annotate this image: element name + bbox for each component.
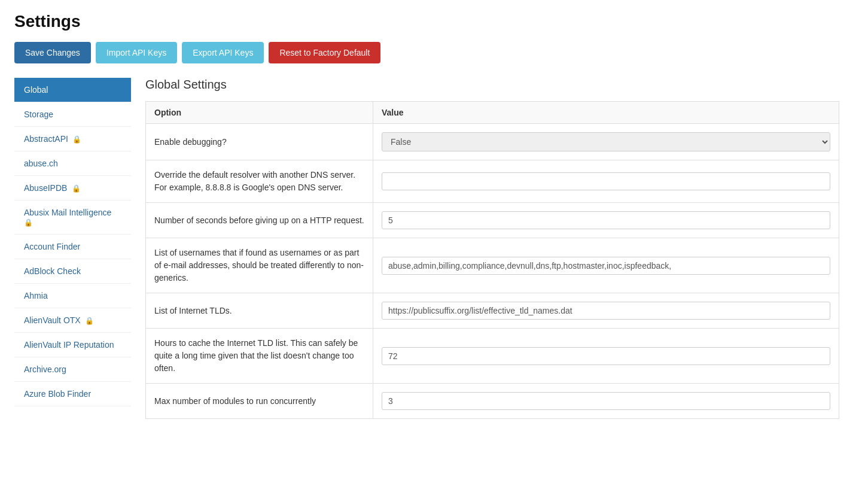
option-cell-dns-resolver: Override the default resolver with anoth… [146, 160, 373, 203]
sidebar-item-abuseipdb[interactable]: AbuseIPDB 🔒 [14, 176, 131, 201]
reset-factory-default-button[interactable]: Reset to Factory Default [269, 42, 380, 63]
input-max-concurrent[interactable] [382, 392, 830, 410]
settings-table: Option Value Enable debugging?FalseTrueO… [145, 101, 839, 419]
sidebar-item-alienvault-otx[interactable]: AlienVault OTX 🔒 [14, 308, 131, 333]
value-cell-tld-cache-hours [373, 329, 839, 384]
sidebar-item-adblock-check[interactable]: AdBlock Check [14, 259, 131, 284]
content-title: Global Settings [145, 78, 839, 92]
sidebar-item-alienvault-ip[interactable]: AlienVault IP Reputation [14, 333, 131, 357]
sidebar-item-abuse-ch[interactable]: abuse.ch [14, 151, 131, 176]
content-area: Global Settings Option Value Enable debu… [131, 78, 854, 419]
lock-icon: 🔒 [83, 317, 94, 325]
sidebar: GlobalStorageAbstractAPI 🔒abuse.chAbuseI… [14, 78, 131, 419]
option-cell-tld-cache-hours: Hours to cache the Internet TLD list. Th… [146, 329, 373, 384]
option-cell-http-timeout: Number of seconds before giving up on a … [146, 203, 373, 238]
table-row: Number of seconds before giving up on a … [146, 203, 839, 238]
option-cell-username-list: List of usernames that if found as usern… [146, 238, 373, 293]
input-tld-list[interactable] [382, 302, 830, 320]
table-row: Enable debugging?FalseTrue [146, 124, 839, 160]
toolbar: Save Changes Import API Keys Export API … [14, 42, 854, 63]
sidebar-item-abstractapi[interactable]: AbstractAPI 🔒 [14, 127, 131, 151]
lock-icon: 🔒 [69, 184, 80, 193]
table-row: Max number of modules to run concurrentl… [146, 384, 839, 419]
option-cell-tld-list: List of Internet TLDs. [146, 293, 373, 329]
input-username-list[interactable] [382, 257, 830, 275]
sidebar-item-archive-org[interactable]: Archive.org [14, 357, 131, 382]
sidebar-item-abusix-mail[interactable]: Abusix Mail Intelligence 🔒 [14, 201, 131, 235]
page-title: Settings [14, 12, 854, 31]
value-cell-tld-list [373, 293, 839, 329]
import-api-keys-button[interactable]: Import API Keys [96, 42, 177, 63]
sidebar-item-azure-blob[interactable]: Azure Blob Finder [14, 382, 131, 406]
sidebar-item-storage[interactable]: Storage [14, 102, 131, 127]
table-row: List of usernames that if found as usern… [146, 238, 839, 293]
main-layout: GlobalStorageAbstractAPI 🔒abuse.chAbuseI… [14, 78, 854, 419]
option-cell-enable-debugging: Enable debugging? [146, 124, 373, 160]
sidebar-item-ahmia[interactable]: Ahmia [14, 284, 131, 308]
lock-icon: 🔒 [24, 218, 33, 227]
col-option-header: Option [146, 102, 373, 124]
export-api-keys-button[interactable]: Export API Keys [182, 42, 264, 63]
table-row: Hours to cache the Internet TLD list. Th… [146, 329, 839, 384]
value-cell-http-timeout [373, 203, 839, 238]
value-cell-dns-resolver [373, 160, 839, 203]
sidebar-item-global[interactable]: Global [14, 78, 131, 102]
option-cell-max-concurrent: Max number of modules to run concurrentl… [146, 384, 373, 419]
value-cell-username-list [373, 238, 839, 293]
table-row: List of Internet TLDs. [146, 293, 839, 329]
value-cell-enable-debugging: FalseTrue [373, 124, 839, 160]
sidebar-item-account-finder[interactable]: Account Finder [14, 235, 131, 259]
input-tld-cache-hours[interactable] [382, 347, 830, 365]
select-enable-debugging[interactable]: FalseTrue [382, 132, 830, 151]
col-value-header: Value [373, 102, 839, 124]
value-cell-max-concurrent [373, 384, 839, 419]
input-http-timeout[interactable] [382, 211, 830, 229]
lock-icon: 🔒 [71, 135, 81, 144]
input-dns-resolver[interactable] [382, 172, 830, 190]
table-row: Override the default resolver with anoth… [146, 160, 839, 203]
save-changes-button[interactable]: Save Changes [14, 42, 91, 63]
